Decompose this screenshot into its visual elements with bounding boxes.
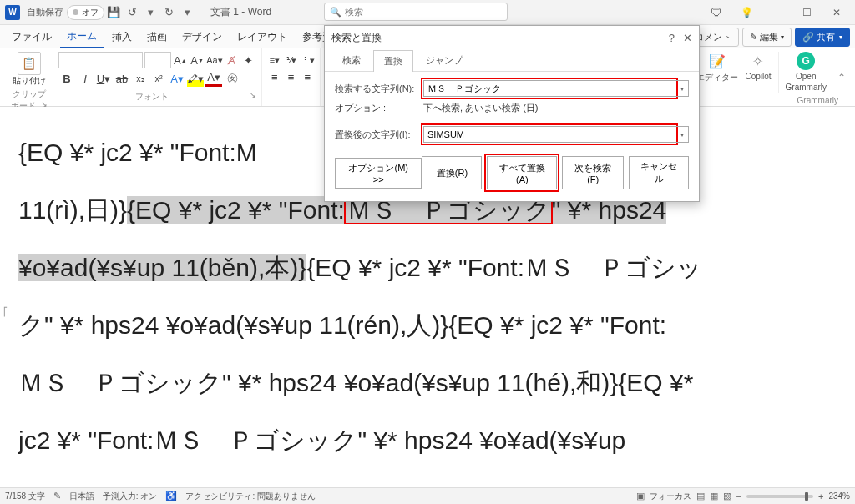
redo-icon[interactable]: ↻ <box>159 3 178 22</box>
font-size-select[interactable] <box>144 52 171 68</box>
tell-me-search[interactable]: 🔍 <box>324 3 508 21</box>
find-what-label: 検索する文字列(N): <box>335 83 418 95</box>
bullets-icon[interactable]: ≡▾ <box>267 52 282 68</box>
tab-jump[interactable]: ジャンプ <box>415 49 473 71</box>
read-mode-icon[interactable]: ▤ <box>696 491 705 501</box>
editing-mode-button[interactable]: ✎編集▾ <box>742 28 792 47</box>
paste-icon[interactable]: 📋 <box>18 52 41 75</box>
underline-icon[interactable]: U▾ <box>95 70 112 87</box>
editor-button[interactable]: 📝 エディター <box>696 52 738 83</box>
maximize-button[interactable]: ☐ <box>792 1 822 24</box>
numbering-icon[interactable]: ⅟▾ <box>284 52 299 68</box>
zoom-level[interactable]: 234% <box>828 491 850 501</box>
spellcheck-icon[interactable]: ✎ <box>53 491 61 501</box>
copilot-icon: ✧ <box>749 52 767 70</box>
web-layout-icon[interactable]: ▧ <box>723 491 731 501</box>
increase-font-icon[interactable]: A▲ <box>173 52 188 68</box>
word-app-icon: W <box>5 5 20 20</box>
dialog-body: 検索する文字列(N): ▾ オプション : 下へ検索, あいまい検索 (日) 置… <box>325 72 699 201</box>
grammarly-icon: G <box>797 52 815 70</box>
italic-icon[interactable]: I <box>77 70 94 87</box>
clipboard-group: 📋 貼り付け クリップボード↘ <box>5 48 53 106</box>
find-dropdown-icon[interactable]: ▾ <box>675 80 689 97</box>
replace-with-input[interactable] <box>423 126 675 143</box>
bold-icon[interactable]: B <box>58 70 75 87</box>
more-options-button[interactable]: オプション(M) >> <box>335 158 422 189</box>
lightbulb-icon[interactable]: 💡 <box>731 1 761 24</box>
language-status[interactable]: 日本語 <box>69 491 94 502</box>
predictive-input-status[interactable]: 予測入力: オン <box>103 491 158 502</box>
undo-dropdown-icon[interactable]: ▾ <box>141 3 159 22</box>
tab-find[interactable]: 検索 <box>331 49 372 71</box>
document-title: 文書 1 - Word <box>210 5 271 19</box>
copilot-button[interactable]: ✧ Copilot <box>745 52 771 81</box>
tab-home[interactable]: ホーム <box>60 26 104 48</box>
close-button[interactable]: ✕ <box>822 1 852 24</box>
paragraph-group: ≡▾ ⅟▾ ⋮▾ ≡ ≡ ≡ <box>262 48 321 106</box>
zoom-in-icon[interactable]: + <box>818 491 823 501</box>
tab-replace[interactable]: 置換 <box>373 50 413 72</box>
font-family-select[interactable] <box>58 52 143 68</box>
share-button[interactable]: 🔗共有▾ <box>795 28 850 47</box>
replace-with-label: 置換後の文字列(I): <box>335 129 418 141</box>
multilevel-icon[interactable]: ⋮▾ <box>300 52 315 68</box>
decrease-font-icon[interactable]: A▼ <box>190 52 205 68</box>
font-group: A▲ A▼ Aa▾ A̸ ✦ B I U▾ ab x₂ x² A▾ 🖍▾ A▾ … <box>53 48 262 106</box>
grammarly-button[interactable]: G Open Grammarly <box>786 52 827 92</box>
highlight-icon[interactable]: 🖍▾ <box>187 70 204 87</box>
zoom-slider[interactable] <box>746 495 813 498</box>
replace-button[interactable]: 置換(R) <box>422 156 482 189</box>
divider <box>200 6 200 19</box>
change-case-icon[interactable]: Aa▾ <box>206 52 222 68</box>
dialog-title: 検索と置換 <box>331 31 382 45</box>
title-bar: W 自動保存 オフ 💾 ↺ ▾ ↻ ▾ 文書 1 - Word 🔍 🛡 💡 — … <box>0 0 855 25</box>
find-next-button[interactable]: 次を検索(F) <box>562 156 624 189</box>
focus-label[interactable]: フォーカス <box>650 491 691 502</box>
options-value: 下へ検索, あいまい検索 (日) <box>423 102 539 114</box>
align-right-icon[interactable]: ≡ <box>300 68 315 85</box>
accessibility-status[interactable]: アクセシビリティ: 問題ありません <box>185 491 316 502</box>
qat-customize-icon[interactable]: ▾ <box>178 3 196 22</box>
strikethrough-icon[interactable]: ab <box>114 70 130 87</box>
phonetic-guide-icon[interactable]: ✦ <box>241 52 256 68</box>
font-group-label: フォント <box>135 92 169 101</box>
autosave-label: 自動保存 <box>27 6 63 18</box>
paste-label[interactable]: 貼り付け <box>13 75 46 87</box>
tab-insert[interactable]: 挿入 <box>105 27 139 48</box>
status-bar: 7/158 文字 ✎ 日本語 予測入力: オン ♿ アクセシビリティ: 問題あり… <box>0 487 855 504</box>
dialog-titlebar: 検索と置換 ? ✕ <box>325 26 699 49</box>
superscript-icon[interactable]: x² <box>150 70 167 87</box>
minimize-button[interactable]: — <box>761 1 792 24</box>
subscript-icon[interactable]: x₂ <box>132 70 149 87</box>
dialog-close-icon[interactable]: ✕ <box>683 32 692 44</box>
find-what-input[interactable] <box>423 80 675 97</box>
undo-icon[interactable]: ↺ <box>123 3 141 22</box>
dialog-tabs: 検索 置換 ジャンプ <box>325 49 699 72</box>
align-center-icon[interactable]: ≡ <box>284 68 299 85</box>
tab-draw[interactable]: 描画 <box>140 27 174 48</box>
tab-design[interactable]: デザイン <box>175 27 229 48</box>
replace-dropdown-icon[interactable]: ▾ <box>675 126 689 143</box>
enclose-char-icon[interactable]: ㊛ <box>224 70 240 87</box>
tab-layout[interactable]: レイアウト <box>230 27 294 48</box>
word-count[interactable]: 7/158 文字 <box>5 491 45 502</box>
save-icon[interactable]: 💾 <box>104 3 123 22</box>
shield-icon[interactable]: 🛡 <box>701 1 731 24</box>
tab-file[interactable]: ファイル <box>5 27 58 48</box>
align-left-icon[interactable]: ≡ <box>267 68 282 85</box>
accessibility-icon[interactable]: ♿ <box>165 491 177 501</box>
font-color-icon[interactable]: A▾ <box>205 70 222 87</box>
clear-format-icon[interactable]: A̸ <box>225 52 240 68</box>
find-replace-dialog: 検索と置換 ? ✕ 検索 置換 ジャンプ 検索する文字列(N): ▾ オプション… <box>324 25 700 202</box>
font-launcher-icon[interactable]: ↘ <box>250 91 256 99</box>
search-input[interactable] <box>345 7 502 17</box>
focus-mode-icon[interactable]: ▣ <box>636 491 645 501</box>
cancel-button[interactable]: キャンセル <box>629 156 689 189</box>
editor-icon: 📝 <box>708 52 726 70</box>
autosave-toggle[interactable]: オフ <box>67 5 104 20</box>
dialog-help-icon[interactable]: ? <box>669 32 675 44</box>
replace-all-button[interactable]: すべて置換(A) <box>487 156 557 189</box>
zoom-out-icon[interactable]: − <box>736 491 741 501</box>
text-effects-icon[interactable]: A▾ <box>169 70 185 87</box>
print-layout-icon[interactable]: ▦ <box>710 491 718 501</box>
